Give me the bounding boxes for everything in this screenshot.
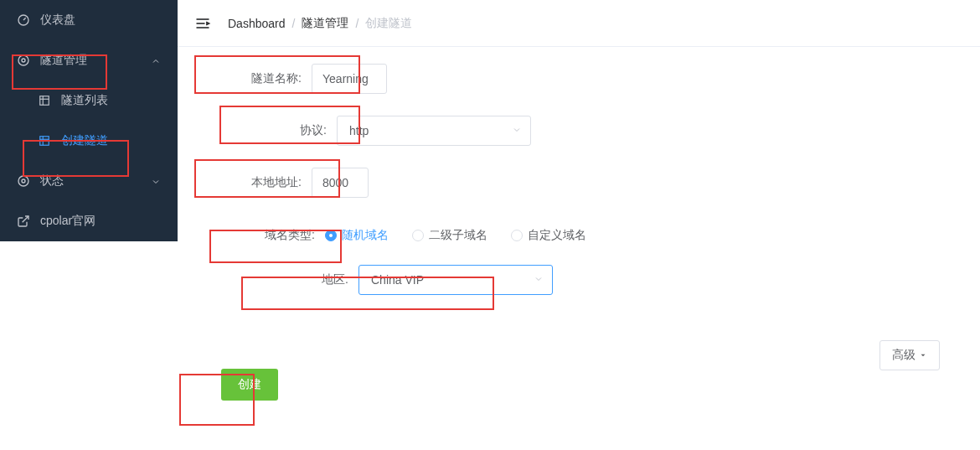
domain-type-custom[interactable]: 自定义域名 <box>511 228 586 243</box>
chevron-down-icon <box>151 176 161 186</box>
breadcrumb: Dashboard / 隧道管理 / 创建隧道 <box>228 16 412 31</box>
breadcrumb-separator: / <box>355 17 358 30</box>
protocol-value: http <box>349 124 369 137</box>
breadcrumb-root[interactable]: Dashboard <box>228 17 286 30</box>
domain-type-random[interactable]: 随机域名 <box>325 228 389 243</box>
chevron-down-icon <box>534 273 544 287</box>
protocol-label: 协议: <box>243 123 327 138</box>
radio-icon <box>412 230 424 241</box>
domain-type-subdomain[interactable]: 二级子域名 <box>412 228 487 243</box>
advanced-button[interactable]: 高级 <box>879 340 940 370</box>
radio-label: 随机域名 <box>342 228 389 243</box>
protocol-select[interactable]: http <box>337 116 531 146</box>
sidebar-item-label: 创建隧道 <box>61 133 161 148</box>
sidebar-item-label: 隧道列表 <box>61 93 161 108</box>
external-link-icon <box>17 215 30 228</box>
sidebar-item-label: 状态 <box>40 173 151 189</box>
svg-point-9 <box>18 176 28 186</box>
svg-point-10 <box>22 179 25 183</box>
grid-icon <box>38 134 51 147</box>
svg-marker-15 <box>921 354 926 357</box>
svg-point-2 <box>22 59 25 62</box>
radio-label: 二级子域名 <box>429 228 487 243</box>
sidebar-item-label: 隧道管理 <box>40 53 151 68</box>
breadcrumb-mid[interactable]: 隧道管理 <box>302 16 348 31</box>
chevron-down-icon <box>512 124 522 137</box>
breadcrumb-current: 创建隧道 <box>365 16 412 31</box>
radio-label: 自定义域名 <box>528 228 586 243</box>
region-value: China VIP <box>371 273 424 287</box>
domain-type-radio-group: 随机域名 二级子域名 自定义域名 <box>325 228 586 243</box>
svg-point-1 <box>18 55 28 65</box>
sidebar-item-create-tunnel[interactable]: 创建隧道 <box>0 121 178 161</box>
caret-down-icon <box>919 349 927 362</box>
sidebar-item-tunnel-list[interactable]: 隧道列表 <box>0 80 178 121</box>
sidebar-item-label: 仪表盘 <box>40 13 161 28</box>
breadcrumb-separator: / <box>292 17 296 30</box>
svg-rect-6 <box>40 137 49 146</box>
svg-rect-3 <box>40 96 49 106</box>
header: Dashboard / 隧道管理 / 创建隧道 <box>178 0 980 47</box>
target-icon <box>17 174 30 188</box>
region-label: 地区: <box>265 272 348 287</box>
grid-icon <box>38 94 51 107</box>
svg-line-11 <box>23 216 28 222</box>
sidebar-item-tunnel-mgmt[interactable]: 隧道管理 <box>0 40 178 80</box>
sidebar-item-cpolar-site[interactable]: cpolar官网 <box>0 201 178 241</box>
radio-icon <box>325 230 337 241</box>
region-select[interactable]: China VIP <box>358 265 553 295</box>
chevron-up-icon <box>151 55 161 65</box>
local-address-label: 本地地址: <box>218 175 302 190</box>
target-icon <box>17 54 30 67</box>
menu-toggle-icon[interactable] <box>194 15 211 32</box>
sidebar-item-dashboard[interactable]: 仪表盘 <box>0 0 178 40</box>
sidebar-item-label: cpolar官网 <box>40 214 161 229</box>
tunnel-name-input[interactable] <box>312 64 387 94</box>
sidebar-item-status[interactable]: 状态 <box>0 161 178 201</box>
dashboard-icon <box>17 13 30 27</box>
advanced-label: 高级 <box>892 348 916 363</box>
local-address-input[interactable] <box>312 168 369 198</box>
create-button[interactable]: 创建 <box>221 369 278 401</box>
tunnel-name-label: 隧道名称: <box>218 71 302 86</box>
domain-type-label: 域名类型: <box>231 228 315 243</box>
radio-icon <box>511 230 523 241</box>
